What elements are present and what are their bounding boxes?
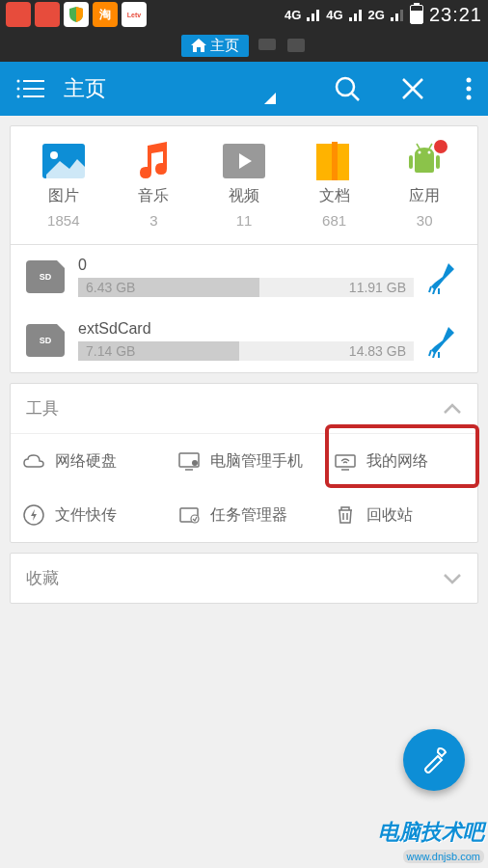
- tab-chat-icon[interactable]: [257, 35, 278, 56]
- notif-app-jd-icon: [35, 2, 60, 27]
- trash-icon: [334, 503, 357, 527]
- svg-line-24: [429, 144, 432, 149]
- category-label: 视频: [229, 186, 259, 206]
- storage-total: 11.91 GB: [349, 280, 414, 295]
- clean-icon[interactable]: [427, 323, 462, 358]
- bolt-icon: [22, 503, 45, 527]
- svg-rect-3: [23, 80, 44, 82]
- main-card: 图片 1854 音乐 3 视频 11 文档: [10, 125, 478, 373]
- watermark-url: www.dnjsb.com: [403, 850, 484, 863]
- category-docs[interactable]: 文档 681: [289, 142, 380, 229]
- monitor-icon: [177, 449, 201, 473]
- storage-external[interactable]: SD extSdCard 7.14 GB 14.83 GB: [11, 309, 477, 372]
- watermark: 电脑技术吧 www.dnjsb.com: [378, 818, 484, 864]
- tool-label: 回收站: [366, 505, 413, 526]
- category-label: 文档: [319, 186, 350, 206]
- tool-label: 我的网络: [366, 451, 428, 472]
- category-images[interactable]: 图片 1854: [18, 142, 109, 229]
- svg-point-21: [419, 151, 421, 154]
- svg-rect-20: [332, 142, 338, 180]
- svg-rect-18: [316, 144, 332, 180]
- category-apps[interactable]: 应用 30: [379, 142, 470, 229]
- category-count: 11: [236, 212, 253, 229]
- tool-recycle-bin[interactable]: 回收站: [322, 488, 477, 542]
- svg-point-13: [467, 87, 472, 92]
- storage-bar: 7.14 GB 14.83 GB: [78, 341, 414, 361]
- notif-app-letv-icon: Letv: [122, 2, 147, 27]
- notif-app-jd-icon: [6, 2, 31, 27]
- storage-internal[interactable]: SD 0 6.43 GB 11.91 GB: [11, 245, 477, 309]
- dropdown-indicator-icon[interactable]: [264, 93, 276, 104]
- svg-point-8: [337, 78, 354, 95]
- storage-name: 0: [78, 257, 414, 274]
- section-title: 收藏: [26, 567, 443, 589]
- menu-icon[interactable]: [15, 77, 44, 100]
- watermark-text: 电脑技术吧: [378, 818, 484, 847]
- storage-bar: 6.43 GB 11.91 GB: [78, 278, 414, 297]
- svg-point-16: [50, 151, 58, 159]
- svg-rect-5: [23, 88, 44, 90]
- status-app-icons: 淘 Letv: [6, 2, 147, 27]
- tool-cloud-disk[interactable]: 网络硬盘: [11, 434, 166, 488]
- wrench-icon: [419, 745, 449, 775]
- notif-app-shield-icon: [64, 2, 89, 27]
- music-icon: [132, 142, 175, 180]
- fab-tools-button[interactable]: [403, 729, 465, 791]
- signal-icon: [307, 8, 320, 21]
- tool-label: 文件快传: [55, 505, 117, 526]
- svg-rect-28: [336, 455, 355, 467]
- tool-pc-manage[interactable]: 电脑管理手机: [166, 434, 321, 488]
- storage-section: SD 0 6.43 GB 11.91 GB SD extSdCard: [11, 244, 477, 372]
- svg-rect-7: [23, 95, 44, 97]
- svg-point-4: [17, 88, 20, 91]
- tool-task-manager[interactable]: 任务管理器: [166, 488, 321, 542]
- badge-dot: [434, 140, 447, 153]
- storage-used: 6.43 GB: [78, 280, 135, 295]
- favorites-header[interactable]: 收藏: [11, 554, 477, 603]
- category-count: 1854: [47, 212, 79, 229]
- tools-header[interactable]: 工具: [11, 384, 477, 433]
- chevron-down-icon: [443, 573, 462, 584]
- category-label: 应用: [409, 186, 440, 206]
- close-icon[interactable]: [399, 75, 426, 102]
- category-video[interactable]: 视频 11: [199, 142, 289, 229]
- sd-card-icon: SD: [26, 260, 65, 293]
- svg-point-22: [428, 151, 431, 154]
- category-music[interactable]: 音乐 3: [109, 142, 200, 229]
- battery-icon: [410, 5, 423, 24]
- svg-point-27: [192, 460, 198, 466]
- status-bar: 淘 Letv 4G 4G 2G 23:21: [0, 0, 488, 29]
- category-label: 图片: [48, 186, 79, 206]
- image-icon: [42, 142, 85, 180]
- category-count: 681: [322, 212, 346, 229]
- category-label: 音乐: [138, 186, 169, 206]
- storage-used: 7.14 GB: [78, 343, 135, 359]
- signal-icon: [391, 8, 404, 21]
- tools-grid: 网络硬盘 电脑管理手机 我的网络 文件快传 任务管理器 回收站: [11, 433, 477, 542]
- category-grid: 图片 1854 音乐 3 视频 11 文档: [11, 126, 477, 244]
- more-icon[interactable]: [465, 75, 473, 102]
- tab-wifi-icon[interactable]: [285, 35, 307, 56]
- search-icon[interactable]: [334, 75, 361, 102]
- svg-rect-1: [287, 39, 305, 52]
- tab-bar: 主页: [0, 29, 488, 62]
- tab-home[interactable]: 主页: [181, 35, 249, 57]
- category-count: 3: [149, 212, 157, 229]
- network-icon: [334, 449, 357, 473]
- favorites-section: 收藏: [10, 553, 478, 604]
- clean-icon[interactable]: [427, 259, 462, 294]
- tool-my-network[interactable]: 我的网络: [322, 434, 477, 488]
- svg-point-6: [17, 95, 20, 98]
- section-title: 工具: [26, 397, 443, 420]
- svg-point-12: [467, 78, 472, 83]
- tool-label: 电脑管理手机: [210, 451, 303, 472]
- tool-fast-transfer[interactable]: 文件快传: [11, 488, 166, 542]
- svg-line-9: [352, 94, 359, 100]
- android-icon: [403, 142, 446, 180]
- tool-label: 网络硬盘: [55, 451, 117, 472]
- chevron-up-icon: [443, 403, 462, 415]
- cloud-icon: [22, 449, 45, 473]
- tab-home-label: 主页: [210, 37, 239, 55]
- tool-label: 任务管理器: [210, 505, 287, 526]
- sd-card-icon: SD: [26, 324, 65, 357]
